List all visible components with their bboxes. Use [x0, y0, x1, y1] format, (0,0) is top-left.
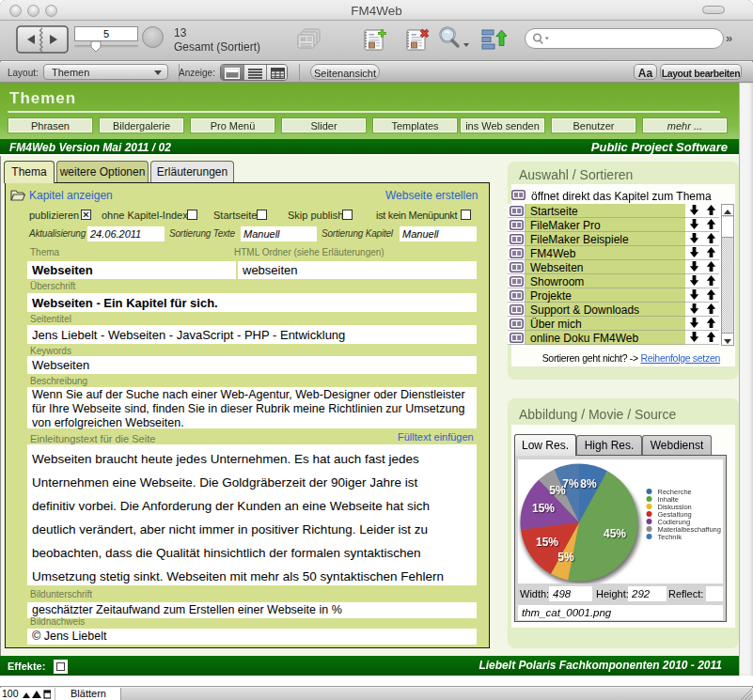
svg-text:7%: 7%	[562, 477, 579, 490]
svg-text:15%: 15%	[536, 536, 558, 549]
svg-text:45%: 45%	[604, 527, 626, 540]
svg-text:5%: 5%	[557, 551, 574, 564]
svg-text:15%: 15%	[532, 502, 555, 515]
svg-text:8%: 8%	[580, 477, 597, 490]
svg-text:Technik: Technik	[658, 533, 682, 541]
